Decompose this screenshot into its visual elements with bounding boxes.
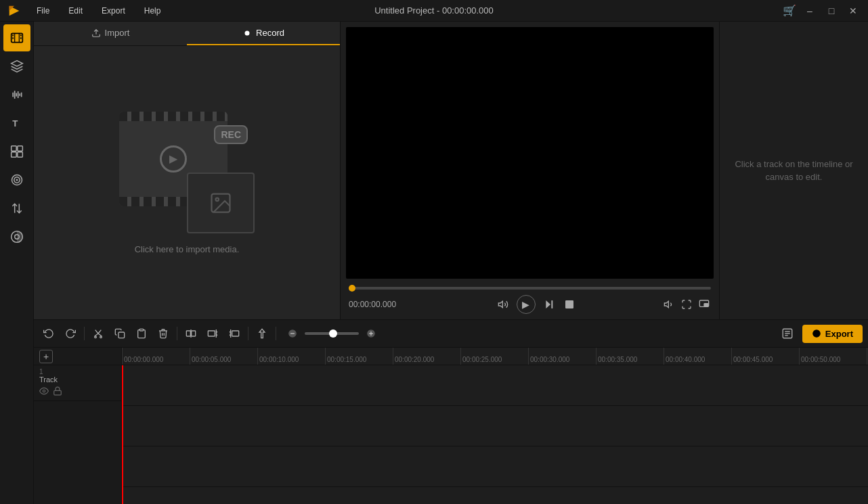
play-button[interactable]: ▶: [517, 295, 536, 314]
ruler-mark: 00:00:30.000: [528, 348, 596, 365]
script-button[interactable]: [778, 324, 797, 343]
svg-rect-48: [208, 331, 215, 336]
close-button[interactable]: ✕: [845, 3, 861, 19]
right-controls: [662, 298, 711, 311]
svg-rect-4: [12, 37, 14, 39]
timeline-tracks[interactable]: [122, 365, 868, 504]
svg-point-19: [12, 175, 22, 185]
toolbar-separator-2: [177, 327, 177, 340]
menu-help[interactable]: Help: [140, 5, 165, 17]
svg-rect-45: [186, 331, 190, 336]
fullscreen-button[interactable]: [680, 298, 693, 311]
trim-start-button[interactable]: [203, 324, 222, 343]
step-forward-button[interactable]: [542, 298, 556, 311]
track-row-3: [122, 446, 868, 487]
edit-hint-text: Click a track on the timeline or canvas …: [735, 158, 852, 184]
track-header-add: +: [34, 348, 121, 365]
window-title: Untitled Project - 00:00:00.000: [374, 5, 494, 16]
track-row-4: [122, 487, 868, 504]
progress-thumb[interactable]: [349, 285, 355, 292]
export-button[interactable]: Export: [802, 325, 863, 343]
playback-controls: 00:00:00.000 ▶: [349, 295, 711, 314]
menu-edit[interactable]: Edit: [64, 5, 87, 17]
playhead[interactable]: [122, 365, 123, 504]
sidebar-item-transitions[interactable]: [3, 195, 30, 222]
sidebar-item-templates[interactable]: [3, 138, 30, 165]
sidebar-item-text[interactable]: T: [3, 110, 30, 137]
video-canvas: [346, 27, 714, 279]
app-logo-icon: [7, 3, 22, 18]
tab-record-label: Record: [256, 28, 284, 38]
track-number-1: 1: [39, 368, 116, 375]
marker-button[interactable]: [253, 324, 272, 343]
rec-badge: REC: [214, 125, 248, 144]
svg-line-39: [95, 330, 98, 334]
media-content[interactable]: ▶ REC Click here to import media.: [34, 46, 340, 319]
cart-icon[interactable]: 🛒: [783, 4, 796, 17]
timeline-ruler: 00:00:00.00000:00:05.00000:00:10.00000:0…: [122, 348, 868, 365]
svg-rect-56: [370, 331, 371, 336]
tab-import[interactable]: Import: [34, 22, 187, 45]
svg-point-21: [16, 179, 18, 181]
tab-record[interactable]: Record: [187, 22, 340, 45]
sidebar-item-filter[interactable]: [3, 223, 30, 250]
trim-end-button[interactable]: [225, 324, 244, 343]
toolbar-separator-1: [84, 327, 85, 340]
svg-rect-36: [704, 304, 708, 306]
zoom-slider[interactable]: [305, 332, 359, 335]
track-controls-1: [39, 386, 116, 398]
svg-rect-64: [54, 390, 62, 394]
volume-button[interactable]: [662, 298, 676, 311]
svg-rect-43: [118, 332, 125, 338]
track-visibility-icon[interactable]: [39, 386, 49, 398]
toolbar-separator-3: [248, 327, 248, 340]
media-tabs: Import Record: [34, 22, 340, 46]
ruler-mark: 00:00:50.000: [799, 348, 867, 365]
progress-track[interactable]: [349, 287, 711, 290]
preview-panel: 00:00:00.000 ▶: [341, 22, 719, 319]
mute-button[interactable]: [496, 298, 510, 311]
tab-import-label: Import: [105, 28, 130, 38]
delete-button[interactable]: [154, 324, 173, 343]
paste-button[interactable]: [132, 324, 151, 343]
undo-button[interactable]: [39, 324, 58, 343]
svg-point-27: [245, 30, 250, 35]
sidebar-item-effects[interactable]: [3, 166, 30, 193]
sidebar-item-media[interactable]: [3, 24, 30, 51]
svg-point-20: [14, 177, 19, 183]
svg-marker-31: [546, 300, 550, 308]
menu-export[interactable]: Export: [97, 5, 129, 17]
zoom-in-button[interactable]: [362, 324, 381, 343]
redo-button[interactable]: [61, 324, 80, 343]
add-track-button[interactable]: +: [39, 350, 53, 363]
titlebar: File Edit Export Help Untitled Project -…: [0, 0, 868, 22]
svg-rect-46: [192, 331, 196, 336]
track-lock-icon[interactable]: [53, 386, 62, 398]
top-panels: Import Record ▶ REC: [34, 22, 868, 319]
sidebar-item-layers[interactable]: [3, 53, 30, 80]
zoom-out-button[interactable]: [283, 324, 302, 343]
image-placeholder-icon: [187, 173, 255, 233]
media-placeholder: ▶ REC: [119, 112, 255, 233]
svg-rect-17: [11, 152, 16, 158]
svg-line-40: [98, 330, 101, 334]
copy-button[interactable]: [110, 324, 129, 343]
svg-rect-33: [565, 300, 573, 308]
toolbar-separator-4: [276, 327, 276, 340]
cut-button[interactable]: [89, 324, 108, 343]
maximize-button[interactable]: □: [823, 3, 840, 19]
ruler-mark: 00:00:20.000: [393, 348, 460, 365]
svg-rect-16: [17, 146, 22, 152]
minimize-button[interactable]: –: [802, 3, 818, 19]
svg-rect-3: [12, 35, 14, 37]
split-button[interactable]: [181, 324, 200, 343]
sidebar-item-audio[interactable]: [3, 81, 30, 108]
svg-rect-15: [11, 146, 16, 152]
stop-button[interactable]: [563, 298, 576, 311]
titlebar-left: File Edit Export Help: [7, 3, 165, 18]
zoom-thumb[interactable]: [329, 329, 337, 338]
pip-button[interactable]: [697, 298, 711, 311]
svg-point-29: [216, 198, 219, 201]
main-area: T: [0, 22, 868, 504]
menu-file[interactable]: File: [32, 5, 53, 17]
